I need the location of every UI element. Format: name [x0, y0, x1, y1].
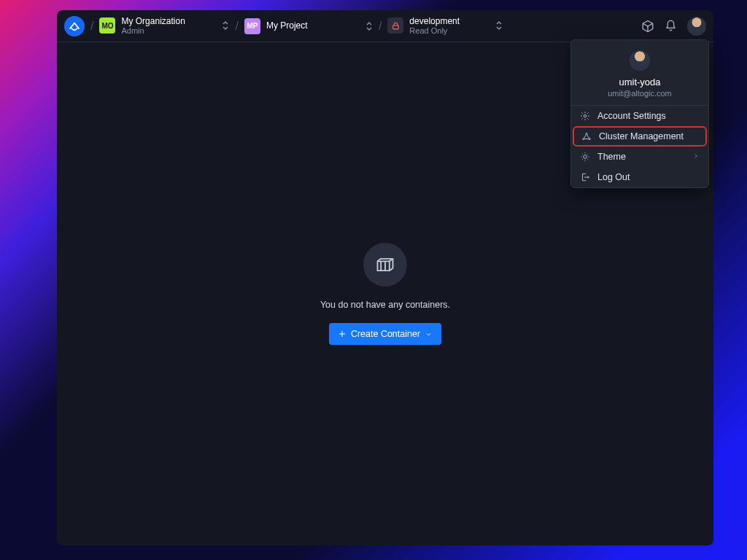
app-window: / MO My Organization Admin / MP My Proje…	[57, 10, 713, 545]
project-badge: MP	[244, 18, 260, 34]
project-text: My Project	[266, 20, 308, 31]
user-menu-avatar	[630, 50, 650, 71]
bell-icon	[665, 20, 677, 32]
org-switcher[interactable]: MO My Organization Admin	[99, 16, 214, 36]
topbar: / MO My Organization Admin / MP My Proje…	[57, 10, 713, 42]
user-menu-email: umit@altogic.com	[608, 89, 672, 98]
environment-text: development Read Only	[409, 16, 460, 36]
environment-mode: Read Only	[409, 26, 460, 36]
menu-item-theme[interactable]: Theme	[571, 147, 708, 167]
org-role: Admin	[121, 26, 185, 36]
org-badge: MO	[99, 18, 115, 34]
user-menu: umit-yoda umit@altogic.com Account Setti…	[570, 39, 709, 188]
topbar-actions	[641, 17, 706, 36]
chevron-up-down-icon	[222, 20, 229, 31]
environment-name: development	[409, 16, 460, 26]
gear-icon	[580, 111, 590, 121]
environment-badge	[387, 18, 403, 34]
menu-item-cluster-management[interactable]: Cluster Management	[573, 126, 707, 147]
notifications-button[interactable]	[665, 20, 677, 32]
svg-point-1	[584, 114, 587, 117]
environment-switch-icon[interactable]	[495, 20, 503, 31]
chevron-up-down-icon	[495, 20, 503, 31]
environment-switcher[interactable]: development Read Only	[387, 16, 488, 36]
svg-point-3	[586, 133, 587, 134]
breadcrumb-separator: /	[379, 20, 382, 33]
logo-icon	[68, 20, 81, 33]
plus-icon	[338, 330, 347, 338]
breadcrumb-separator: /	[235, 20, 238, 33]
menu-item-label: Account Settings	[597, 111, 666, 121]
menu-item-label: Log Out	[597, 172, 630, 182]
menu-item-account-settings[interactable]: Account Settings	[571, 106, 708, 126]
app-logo[interactable]	[64, 16, 85, 36]
org-switch-icon[interactable]	[222, 20, 229, 31]
project-switcher[interactable]: MP My Project	[244, 18, 358, 34]
breadcrumb-separator: /	[90, 20, 93, 33]
create-container-label: Create Container	[351, 329, 420, 339]
user-menu-header: umit-yoda umit@altogic.com	[571, 40, 708, 106]
menu-item-label: Theme	[597, 152, 626, 162]
empty-state-icon-wrap	[363, 243, 407, 287]
menu-item-label: Cluster Management	[599, 131, 684, 141]
package-button[interactable]	[641, 20, 654, 33]
package-icon	[641, 20, 654, 33]
user-avatar-button[interactable]	[687, 17, 706, 36]
create-container-button[interactable]: Create Container	[329, 323, 441, 345]
container-icon	[375, 254, 395, 275]
empty-state-message: You do not have any containers.	[320, 300, 450, 310]
menu-item-log-out[interactable]: Log Out	[571, 167, 708, 187]
org-text: My Organization Admin	[121, 16, 185, 36]
logout-icon	[580, 172, 590, 182]
user-menu-username: umit-yoda	[619, 77, 660, 88]
project-name: My Project	[266, 20, 308, 31]
svg-point-5	[584, 155, 587, 159]
chevron-right-icon	[692, 152, 700, 162]
sun-icon	[580, 152, 590, 162]
lock-icon	[391, 21, 400, 31]
chevron-up-down-icon	[365, 21, 373, 31]
svg-rect-0	[393, 26, 399, 29]
org-name: My Organization	[121, 16, 185, 26]
chevron-down-icon	[425, 330, 433, 338]
project-switch-icon[interactable]	[365, 21, 373, 31]
network-icon	[581, 131, 592, 141]
